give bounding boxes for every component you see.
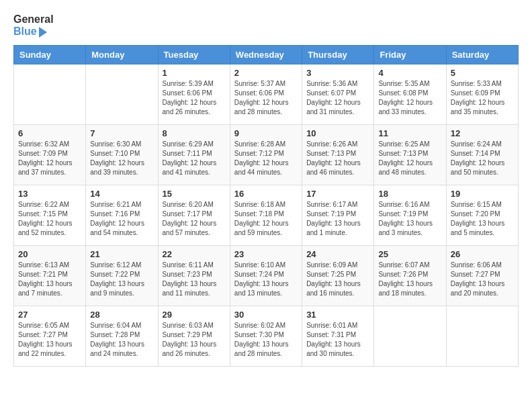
day-info: Sunrise: 6:29 AM Sunset: 7:11 PM Dayligh… <box>163 140 226 177</box>
day-number: 19 <box>451 189 514 199</box>
day-number: 6 <box>18 128 81 138</box>
day-number: 24 <box>306 249 369 259</box>
day-number: 31 <box>306 310 369 320</box>
day-number: 16 <box>234 189 298 199</box>
logo-words: General Blue <box>13 13 54 38</box>
day-number: 8 <box>163 128 226 138</box>
day-number: 28 <box>90 310 153 320</box>
day-number: 11 <box>378 128 441 138</box>
day-number: 21 <box>90 249 153 259</box>
day-number: 17 <box>306 189 369 199</box>
day-number: 15 <box>163 189 226 199</box>
calendar-cell: 16Sunrise: 6:18 AM Sunset: 7:18 PM Dayli… <box>230 185 302 245</box>
day-info: Sunrise: 5:37 AM Sunset: 6:06 PM Dayligh… <box>234 79 298 117</box>
calendar-cell: 17Sunrise: 6:17 AM Sunset: 7:19 PM Dayli… <box>302 185 374 245</box>
calendar-cell: 19Sunrise: 6:15 AM Sunset: 7:20 PM Dayli… <box>446 185 518 245</box>
day-info: Sunrise: 6:11 AM Sunset: 7:23 PM Dayligh… <box>163 261 226 298</box>
calendar-cell: 30Sunrise: 6:02 AM Sunset: 7:30 PM Dayli… <box>230 306 302 366</box>
day-info: Sunrise: 6:02 AM Sunset: 7:30 PM Dayligh… <box>234 321 298 359</box>
calendar-cell: 24Sunrise: 6:09 AM Sunset: 7:25 PM Dayli… <box>302 245 374 306</box>
logo: General Blue <box>13 13 54 38</box>
day-number: 12 <box>451 128 514 138</box>
day-number: 18 <box>378 189 441 199</box>
day-info: Sunrise: 5:35 AM Sunset: 6:08 PM Dayligh… <box>378 79 441 117</box>
calendar-cell: 14Sunrise: 6:21 AM Sunset: 7:16 PM Dayli… <box>86 185 158 245</box>
day-of-week-header: Monday <box>86 45 158 64</box>
day-info: Sunrise: 6:18 AM Sunset: 7:18 PM Dayligh… <box>234 200 298 238</box>
calendar-cell: 27Sunrise: 6:05 AM Sunset: 7:27 PM Dayli… <box>14 306 86 366</box>
calendar-cell: 13Sunrise: 6:22 AM Sunset: 7:15 PM Dayli… <box>14 185 86 245</box>
calendar-cell: 12Sunrise: 6:24 AM Sunset: 7:14 PM Dayli… <box>446 124 518 185</box>
day-info: Sunrise: 6:24 AM Sunset: 7:14 PM Dayligh… <box>451 140 514 177</box>
calendar-cell <box>446 306 518 366</box>
day-number: 30 <box>234 310 298 320</box>
day-info: Sunrise: 6:16 AM Sunset: 7:19 PM Dayligh… <box>378 200 441 238</box>
day-info: Sunrise: 5:36 AM Sunset: 6:07 PM Dayligh… <box>306 79 369 117</box>
calendar-cell: 26Sunrise: 6:06 AM Sunset: 7:27 PM Dayli… <box>446 245 518 306</box>
day-info: Sunrise: 6:05 AM Sunset: 7:27 PM Dayligh… <box>18 321 81 359</box>
day-info: Sunrise: 6:26 AM Sunset: 7:13 PM Dayligh… <box>306 140 369 177</box>
day-number: 13 <box>18 189 81 199</box>
day-number: 26 <box>451 249 514 259</box>
day-info: Sunrise: 6:12 AM Sunset: 7:22 PM Dayligh… <box>90 261 153 298</box>
day-info: Sunrise: 6:17 AM Sunset: 7:19 PM Dayligh… <box>306 200 369 238</box>
day-info: Sunrise: 6:06 AM Sunset: 7:27 PM Dayligh… <box>451 261 514 298</box>
day-info: Sunrise: 6:30 AM Sunset: 7:10 PM Dayligh… <box>90 140 153 177</box>
calendar-cell: 4Sunrise: 5:35 AM Sunset: 6:08 PM Daylig… <box>374 64 446 124</box>
day-number: 23 <box>234 249 298 259</box>
day-info: Sunrise: 5:39 AM Sunset: 6:06 PM Dayligh… <box>163 79 226 117</box>
calendar-week-row: 1Sunrise: 5:39 AM Sunset: 6:06 PM Daylig… <box>14 64 519 124</box>
day-number: 5 <box>451 68 514 78</box>
calendar-cell: 8Sunrise: 6:29 AM Sunset: 7:11 PM Daylig… <box>158 124 230 185</box>
calendar-cell: 25Sunrise: 6:07 AM Sunset: 7:26 PM Dayli… <box>374 245 446 306</box>
calendar-cell: 22Sunrise: 6:11 AM Sunset: 7:23 PM Dayli… <box>158 245 230 306</box>
day-info: Sunrise: 6:21 AM Sunset: 7:16 PM Dayligh… <box>90 200 153 238</box>
day-number: 7 <box>90 128 153 138</box>
calendar-cell: 21Sunrise: 6:12 AM Sunset: 7:22 PM Dayli… <box>86 245 158 306</box>
calendar-cell: 15Sunrise: 6:20 AM Sunset: 7:17 PM Dayli… <box>158 185 230 245</box>
day-number: 25 <box>378 249 441 259</box>
day-info: Sunrise: 6:28 AM Sunset: 7:12 PM Dayligh… <box>234 140 298 177</box>
day-of-week-header: Wednesday <box>230 45 302 64</box>
calendar-cell: 11Sunrise: 6:25 AM Sunset: 7:13 PM Dayli… <box>374 124 446 185</box>
day-info: Sunrise: 6:22 AM Sunset: 7:15 PM Dayligh… <box>18 200 81 238</box>
page-header: General Blue <box>13 13 519 38</box>
day-number: 27 <box>18 310 81 320</box>
logo-blue-text: Blue <box>13 26 54 38</box>
calendar-cell: 6Sunrise: 6:32 AM Sunset: 7:09 PM Daylig… <box>14 124 86 185</box>
calendar-cell: 28Sunrise: 6:04 AM Sunset: 7:28 PM Dayli… <box>86 306 158 366</box>
day-number: 2 <box>234 68 298 78</box>
calendar-cell: 7Sunrise: 6:30 AM Sunset: 7:10 PM Daylig… <box>86 124 158 185</box>
calendar-cell: 20Sunrise: 6:13 AM Sunset: 7:21 PM Dayli… <box>14 245 86 306</box>
day-info: Sunrise: 6:03 AM Sunset: 7:29 PM Dayligh… <box>163 321 226 359</box>
day-of-week-header: Thursday <box>302 45 374 64</box>
calendar-cell: 3Sunrise: 5:36 AM Sunset: 6:07 PM Daylig… <box>302 64 374 124</box>
calendar-week-row: 6Sunrise: 6:32 AM Sunset: 7:09 PM Daylig… <box>14 124 519 185</box>
day-info: Sunrise: 6:15 AM Sunset: 7:20 PM Dayligh… <box>451 200 514 238</box>
day-info: Sunrise: 6:09 AM Sunset: 7:25 PM Dayligh… <box>306 261 369 298</box>
day-info: Sunrise: 6:01 AM Sunset: 7:31 PM Dayligh… <box>306 321 369 359</box>
calendar-week-row: 13Sunrise: 6:22 AM Sunset: 7:15 PM Dayli… <box>14 185 519 245</box>
day-of-week-header: Tuesday <box>158 45 230 64</box>
day-of-week-header: Friday <box>374 45 446 64</box>
calendar-cell: 5Sunrise: 5:33 AM Sunset: 6:09 PM Daylig… <box>446 64 518 124</box>
day-of-week-header: Sunday <box>14 45 86 64</box>
calendar-cell <box>374 306 446 366</box>
calendar-cell: 9Sunrise: 6:28 AM Sunset: 7:12 PM Daylig… <box>230 124 302 185</box>
calendar-cell: 10Sunrise: 6:26 AM Sunset: 7:13 PM Dayli… <box>302 124 374 185</box>
day-number: 4 <box>378 68 441 78</box>
calendar-week-row: 27Sunrise: 6:05 AM Sunset: 7:27 PM Dayli… <box>14 306 519 366</box>
day-number: 29 <box>163 310 226 320</box>
day-info: Sunrise: 6:20 AM Sunset: 7:17 PM Dayligh… <box>163 200 226 238</box>
day-info: Sunrise: 6:32 AM Sunset: 7:09 PM Dayligh… <box>18 140 81 177</box>
day-info: Sunrise: 6:04 AM Sunset: 7:28 PM Dayligh… <box>90 321 153 359</box>
day-of-week-header: Saturday <box>446 45 518 64</box>
calendar-cell <box>86 64 158 124</box>
day-info: Sunrise: 6:10 AM Sunset: 7:24 PM Dayligh… <box>234 261 298 298</box>
day-number: 1 <box>163 68 226 78</box>
calendar-cell <box>14 64 86 124</box>
calendar-cell: 18Sunrise: 6:16 AM Sunset: 7:19 PM Dayli… <box>374 185 446 245</box>
day-number: 10 <box>306 128 369 138</box>
calendar-week-row: 20Sunrise: 6:13 AM Sunset: 7:21 PM Dayli… <box>14 245 519 306</box>
day-number: 3 <box>306 68 369 78</box>
